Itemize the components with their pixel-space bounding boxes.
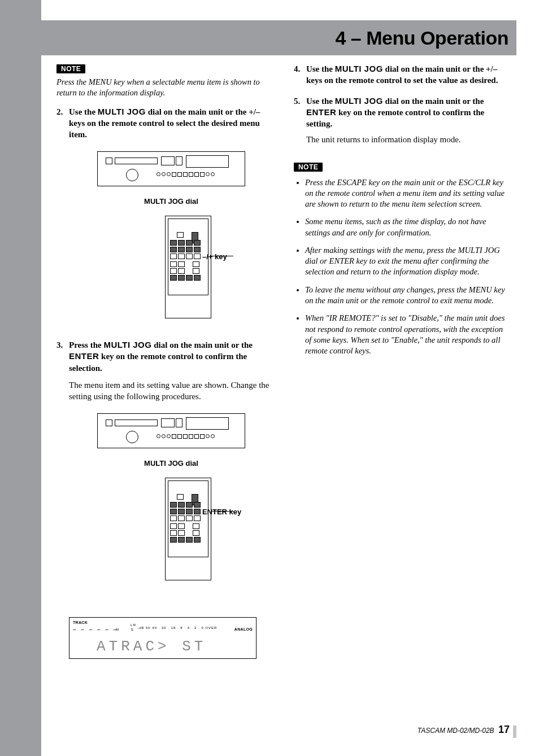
illustration-panel-1: MULTI JOG dial (69, 151, 273, 321)
right-column: 4. Use the MULTI JOG dial on the main un… (294, 63, 505, 668)
lcd-display-illustration: TRACK – – – – – – M S L R -dB 50 40 · 30… (69, 617, 257, 659)
lcd-dashes: – – – – – – (73, 626, 118, 633)
text: Use the (306, 64, 335, 73)
panel-caption: MULTI JOG dial (69, 458, 273, 469)
lcd-font: MULTI JOG (335, 64, 383, 73)
chapter-header: 4 – Menu Operation (41, 20, 516, 55)
footer-page-number: 17 (498, 724, 510, 735)
procedure-steps-right: 4. Use the MULTI JOG dial on the main un… (294, 63, 505, 146)
content-area: NOTE Press the MENU key when a selectabl… (56, 63, 505, 668)
note-text: Press the MENU key when a selectable men… (56, 77, 273, 98)
lcd-analog: ANALOG (234, 627, 253, 632)
chapter-title: 4 – Menu Operation (336, 27, 509, 49)
footer-model: TASCAM MD-02/MD-02B (418, 727, 494, 735)
step-text: Use the MULTI JOG dial on the main unit … (306, 97, 484, 129)
note-bullet: Press the ESCAPE key on the main unit or… (305, 177, 505, 210)
text: Use the (306, 97, 335, 106)
note-bullet: When "IR REMOTE?" is set to "Disable," t… (305, 313, 505, 356)
lcd-scale: -dB 50 40 · 30 · 18 · 8 · 4 · 2 · 0 OVER (137, 626, 217, 630)
remote-illustration-1: –/+ key (131, 216, 211, 318)
step-number: 3. (56, 339, 63, 351)
main-unit-illustration (97, 151, 245, 186)
left-column: NOTE Press the MENU key when a selectabl… (56, 63, 273, 668)
lcd-font: ENTER (306, 107, 336, 117)
step-text: Use the MULTI JOG dial on the main unit … (306, 64, 498, 85)
text: Use the (69, 107, 98, 116)
lcd-track-label: TRACK (73, 620, 88, 625)
footer-bleed-tick (513, 726, 516, 738)
illustration-panel-2: MULTI JOG dial (69, 413, 273, 583)
note-bullet: After making settings with the menu, pre… (305, 245, 505, 278)
lcd-font: MULTI JOG (335, 96, 383, 106)
note-tag: NOTE (56, 64, 85, 73)
step-number: 2. (56, 106, 63, 117)
remote-illustration-2: ENTER key (131, 478, 211, 580)
step-5: 5. Use the MULTI JOG dial on the main un… (306, 95, 505, 146)
left-bleed-tab (0, 0, 41, 756)
step-4: 4. Use the MULTI JOG dial on the main un… (306, 63, 505, 86)
step-plain-text: The unit returns to information display … (306, 134, 505, 145)
lcd-font: ENTER (69, 351, 99, 361)
lcd-font: MULTI JOG (103, 340, 151, 349)
step-number: 5. (294, 95, 300, 107)
step-sub-text: The menu item and its setting value are … (69, 379, 273, 403)
step-text: Use the MULTI JOG dial on the main unit … (69, 107, 260, 139)
text: dial on the main unit or the (151, 340, 253, 349)
document-page: 4 – Menu Operation NOTE Press the MENU k… (0, 0, 539, 756)
text: dial on the main unit or the (383, 97, 484, 106)
lcd-font: MULTI JOG (98, 107, 146, 116)
lcd-msr: M S (116, 627, 139, 632)
step-text: Press the MULTI JOG dial on the main uni… (69, 340, 253, 373)
note-bullet: Some menu items, such as the time displa… (305, 216, 505, 238)
remote-callout-label: –/+ key (202, 252, 270, 262)
note-tag: NOTE (294, 163, 323, 172)
text: Press the (69, 340, 103, 349)
note-bullet-list: Press the ESCAPE key on the main unit or… (294, 177, 505, 357)
remote-callout-label: ENTER key (202, 507, 270, 517)
lcd-lr: L R (131, 623, 136, 627)
main-unit-illustration (97, 413, 245, 448)
lcd-segment-text: ATRAC> ST (97, 637, 206, 657)
step-2: 2. Use the MULTI JOG dial on the main un… (69, 106, 273, 322)
page-footer: TASCAM MD-02/MD-02B 17 (418, 724, 510, 736)
step-number: 4. (294, 63, 300, 75)
panel-caption: MULTI JOG dial (69, 196, 273, 207)
step-3: 3. Press the MULTI JOG dial on the main … (69, 339, 273, 659)
procedure-steps-left: 2. Use the MULTI JOG dial on the main un… (56, 106, 273, 659)
note-bullet: To leave the menu without any changes, p… (305, 285, 505, 307)
